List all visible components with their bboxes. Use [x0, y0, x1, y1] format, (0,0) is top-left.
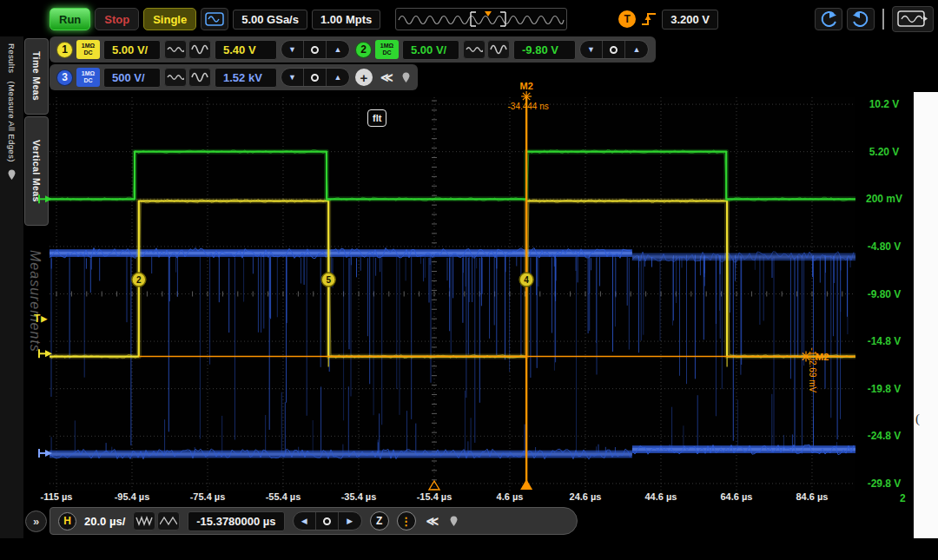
- acquisition-timeline[interactable]: [395, 8, 567, 30]
- delay-zero-button[interactable]: [316, 512, 339, 530]
- add-waveform-button[interactable]: +: [355, 69, 373, 86]
- offset-down-button[interactable]: ▼: [281, 69, 304, 86]
- triangle-up-icon: ▲: [334, 46, 342, 54]
- capture-mode-button[interactable]: [201, 8, 228, 30]
- oscilloscope-app: Run Stop Single 5.00 GSa/s 1.00 Mpts T 3…: [0, 0, 938, 560]
- tab-label: Time Meas: [31, 51, 42, 101]
- channel-scale-readout[interactable]: 500 V/: [103, 68, 161, 88]
- offset-zero-button[interactable]: [603, 41, 625, 58]
- waveform-display[interactable]: M2-34.444 nsM2-102.69 mV254 flt T▶: [50, 97, 855, 491]
- y-axis-label: -24.8 V: [856, 430, 912, 442]
- more-options-button[interactable]: ⋮: [397, 511, 416, 530]
- stop-button[interactable]: Stop: [95, 8, 139, 30]
- delay-left-button[interactable]: ◀: [294, 512, 316, 530]
- memory-depth-readout: 1.00 Mpts: [312, 10, 380, 30]
- pin-icon[interactable]: [7, 169, 17, 181]
- channel-scale-readout[interactable]: 5.00 V/: [402, 40, 459, 60]
- acquisition-preview-icon: [396, 9, 566, 30]
- x-axis-label: -55.4 µs: [253, 491, 314, 502]
- scale-coarse-icon[interactable]: [188, 68, 211, 87]
- tab-time-meas[interactable]: Time Meas: [24, 38, 49, 115]
- measurements-watermark: Measurements: [27, 250, 43, 352]
- scale-fine-icon[interactable]: [463, 40, 486, 59]
- channel-impedance-label: 1MΩ: [380, 43, 393, 49]
- offset-up-button[interactable]: ▲: [327, 69, 349, 86]
- y-axis-label: -29.8 V: [856, 478, 912, 490]
- toolbar-divider: [882, 9, 884, 30]
- zoom-button[interactable]: Z: [370, 511, 389, 530]
- delay-reference-marker[interactable]: [429, 481, 439, 490]
- channel-offset-readout[interactable]: -9.80 V: [513, 40, 576, 60]
- scale-coarse-icon[interactable]: [487, 40, 510, 59]
- sine-small-icon: [466, 43, 483, 56]
- x-axis-label: 44.6 µs: [631, 491, 691, 502]
- horizontal-badge[interactable]: H: [58, 512, 76, 530]
- scale-coarse-icon[interactable]: [188, 40, 211, 59]
- channel-group: 3 1MΩ DC 500 V/ 1.52 kV ▼ ▲: [56, 68, 350, 88]
- channel-scale-adjust: [164, 40, 211, 59]
- display-settings-button[interactable]: [892, 6, 934, 32]
- offset-zero-button[interactable]: [304, 41, 327, 58]
- collapse-channel-bar-button[interactable]: ≪: [380, 70, 393, 84]
- trigger-level-readout[interactable]: 3.200 V: [662, 10, 718, 30]
- channel-offset-readout[interactable]: 1.52 kV: [215, 68, 277, 88]
- redo-button[interactable]: [847, 8, 875, 30]
- delay-readout[interactable]: -15.3780000 µs: [188, 511, 284, 531]
- x-axis-label: -115 µs: [26, 491, 87, 502]
- trigger-source-badge[interactable]: T: [618, 10, 636, 28]
- channel-number-badge[interactable]: 2: [355, 42, 372, 58]
- offset-up-button[interactable]: ▲: [625, 41, 648, 58]
- trigger-arrow-icon: ▶: [41, 314, 47, 323]
- edge-marker-number: 4: [524, 275, 529, 285]
- x-axis-label: 24.6 µs: [555, 491, 616, 502]
- channel-coupling-badge[interactable]: 1MΩ DC: [76, 68, 100, 87]
- scale-fine-icon[interactable]: [164, 68, 187, 87]
- voltage-axis: 10.2 V5.20 V200 mV-4.80 V-9.80 V-14.8 V-…: [856, 97, 912, 495]
- timebase-zoom-in-icon[interactable]: [157, 511, 180, 530]
- offset-down-button[interactable]: ▼: [580, 41, 603, 58]
- channel-offset-readout[interactable]: 5.40 V: [215, 40, 277, 60]
- sine-small-icon: [167, 43, 184, 56]
- offset-zero-button[interactable]: [304, 69, 327, 86]
- run-button[interactable]: Run: [50, 8, 90, 30]
- collapse-toolbar-button[interactable]: ≪: [426, 514, 439, 528]
- offset-down-button[interactable]: ▼: [281, 41, 304, 58]
- timebase-zoom-out-icon[interactable]: [133, 511, 155, 530]
- channel-number-badge[interactable]: 1: [56, 42, 73, 58]
- tab-vertical-meas[interactable]: Vertical Meas: [24, 116, 49, 226]
- channel-scale-readout[interactable]: 5.00 V/: [103, 40, 161, 60]
- waveform-canvas: M2-34.444 nsM2-102.69 mV254: [50, 97, 855, 491]
- channel-offset-stepper: ▼ ▲: [579, 40, 649, 59]
- trigger-letter: T: [34, 313, 40, 325]
- timebase-readout[interactable]: 20.0 µs/: [84, 515, 125, 528]
- channel-number-badge[interactable]: 3: [56, 69, 73, 86]
- m2-right-value: -102.69 mV: [808, 348, 817, 393]
- pin-icon[interactable]: [401, 72, 411, 83]
- page-margin: (: [914, 92, 938, 538]
- circle-icon: [610, 46, 618, 54]
- channel-scale-adjust: [463, 40, 510, 59]
- trigger-rising-edge-icon[interactable]: [640, 11, 657, 27]
- y-axis-label: -9.80 V: [856, 288, 912, 300]
- scale-fine-icon[interactable]: [164, 40, 187, 59]
- undo-button[interactable]: [815, 8, 842, 30]
- delay-right-button[interactable]: ▶: [339, 512, 361, 530]
- offset-up-button[interactable]: ▲: [327, 41, 349, 58]
- expand-panel-button[interactable]: »: [25, 511, 47, 532]
- single-button[interactable]: Single: [143, 8, 196, 30]
- results-sidebar-label: Results (Measure All Edges): [7, 43, 17, 162]
- channel-impedance-label: 1MΩ: [82, 70, 95, 77]
- y-axis-label: 200 mV: [856, 193, 912, 205]
- sine-large-icon: [191, 71, 208, 83]
- delay-stepper: ◀ ▶: [293, 511, 362, 530]
- triangle-down-icon: ▼: [587, 46, 595, 54]
- pin-icon[interactable]: [449, 516, 459, 527]
- m2-time-marker-handle[interactable]: [520, 479, 532, 490]
- trigger-level-indicator[interactable]: T▶: [34, 313, 47, 325]
- channel-coupling-label: DC: [382, 49, 391, 56]
- edge-marker-number: 2: [136, 275, 142, 285]
- channel-coupling-badge[interactable]: 1MΩ DC: [375, 40, 399, 59]
- filter-badge[interactable]: flt: [367, 109, 386, 127]
- channel-coupling-badge[interactable]: 1MΩ DC: [76, 40, 100, 59]
- channel-2-trace: [50, 150, 855, 201]
